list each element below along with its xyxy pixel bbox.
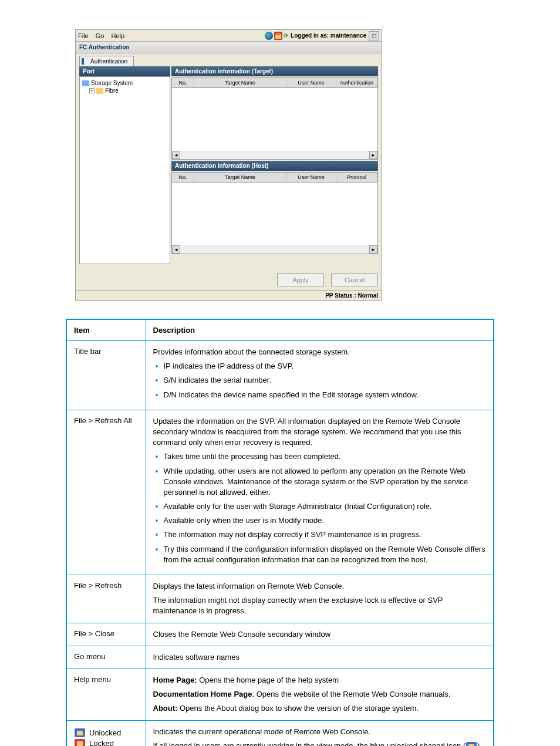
menu-go[interactable]: Go — [96, 32, 104, 39]
row-lock-mode: Unlocked Locked Indicates the current op… — [66, 720, 494, 746]
h-scrollbar[interactable]: ◄ ► — [172, 151, 377, 159]
window-button[interactable]: ▢ — [369, 31, 379, 40]
col-protocol[interactable]: Protocol — [336, 173, 377, 182]
auth-target-header: Authentication information (Target) — [171, 66, 378, 76]
menu-file[interactable]: File — [78, 32, 89, 39]
row-go-menu: Go menu Indicates software names — [66, 646, 494, 669]
folder-icon — [96, 88, 103, 94]
port-panel-header: Port — [79, 66, 170, 76]
scroll-left-icon[interactable]: ◄ — [172, 151, 180, 159]
apply-button[interactable]: Apply — [277, 274, 324, 286]
unlocked-icon — [75, 728, 85, 737]
storage-icon — [82, 80, 89, 86]
auth-host-header: Authentication information (Host) — [171, 161, 378, 171]
h-scrollbar[interactable]: ◄ ► — [172, 245, 377, 254]
locked-icon — [75, 739, 85, 747]
refresh-arrow-icon[interactable]: ⟳ — [284, 32, 288, 39]
tab-authentication[interactable]: Authentication — [79, 56, 134, 66]
lock-mode-icon[interactable] — [274, 32, 282, 40]
expand-icon[interactable]: + — [89, 88, 95, 93]
cancel-button[interactable]: Cancel — [331, 274, 378, 286]
col-target-name[interactable]: Target Name — [194, 173, 286, 182]
auth-host-grid: No. Target Name User Name Protocol ◄ ► — [171, 172, 378, 254]
row-close: File > Close Closes the Remote Web Conso… — [66, 623, 494, 646]
port-tree: Storage System + Fibre — [79, 76, 170, 264]
globe-icon — [265, 32, 273, 40]
th-description: Description — [146, 319, 494, 341]
scroll-right-icon[interactable]: ► — [369, 151, 377, 159]
scroll-right-icon[interactable]: ► — [369, 245, 377, 254]
col-no[interactable]: No. — [172, 173, 194, 182]
th-item: Item — [66, 319, 146, 341]
tree-fibre[interactable]: + Fibre — [82, 87, 167, 94]
description-table: Item Description Title bar Provides info… — [66, 319, 494, 746]
auth-target-grid: No. Target Name User Name Authentication… — [171, 77, 378, 160]
app-window: File Go Help ⟳ Logged in as: maintenance… — [75, 29, 382, 301]
unlocked-icon — [466, 742, 477, 746]
menu-help[interactable]: Help — [111, 32, 124, 39]
login-status: Logged in as: maintenance — [288, 32, 369, 39]
pp-status: PP Status : Normal — [325, 292, 378, 299]
row-refresh-all: File > Refresh All Updates the informati… — [66, 410, 494, 575]
menubar: File Go Help ⟳ Logged in as: maintenance… — [76, 30, 382, 42]
col-authentication[interactable]: Authentication — [336, 78, 377, 87]
row-title-bar: Title bar Provides information about the… — [66, 341, 494, 410]
col-user-name[interactable]: User Name — [286, 173, 336, 182]
row-refresh: File > Refresh Displays the latest infor… — [66, 575, 494, 623]
col-user-name[interactable]: User Name — [286, 78, 336, 87]
tree-storage-system[interactable]: Storage System — [82, 79, 167, 87]
scroll-left-icon[interactable]: ◄ — [172, 245, 180, 254]
col-target-name[interactable]: Target Name — [194, 78, 286, 87]
row-help-menu: Help menu Home Page: Opens the home page… — [66, 669, 494, 720]
fc-auth-header: FC Authentication — [76, 42, 382, 53]
col-no[interactable]: No. — [172, 78, 194, 87]
